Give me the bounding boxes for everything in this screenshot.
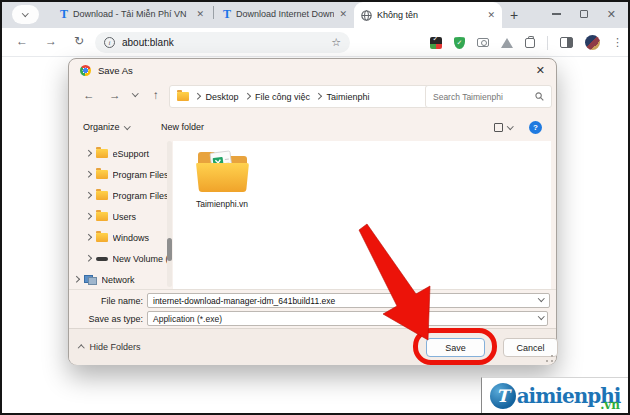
breadcrumb-file-cong-viec[interactable]: File công việc xyxy=(255,92,310,102)
file-name-input[interactable] xyxy=(147,293,550,308)
tab-label: Không tên xyxy=(377,10,482,20)
tree-item-new-volume[interactable]: New Volume ( xyxy=(69,248,173,269)
extensions-bar: ✓ ⋮ xyxy=(430,32,623,53)
tab-label: Download - Tải Miễn Phí VN xyxy=(73,9,191,19)
tab-strip: T Download - Tải Miễn Phí VN ✕ T Downloa… xyxy=(0,0,630,28)
maximize-button[interactable] xyxy=(580,10,588,18)
chevron-right-icon xyxy=(194,93,200,99)
toolbar-divider xyxy=(547,36,548,50)
tree-scrollbar[interactable] xyxy=(167,141,172,287)
profile-avatar[interactable] xyxy=(585,35,600,50)
nav-forward-icon[interactable]: → xyxy=(109,89,121,101)
save-as-type-label: Save as type: xyxy=(69,314,143,324)
overflow-menu-icon[interactable]: ⋮ xyxy=(612,36,623,49)
dialog-nav-row: ← → ↑ Desktop File công việc Taimienphi … xyxy=(69,81,556,113)
nav-up-icon[interactable]: ↑ xyxy=(153,89,159,101)
folder-icon xyxy=(96,233,108,242)
scrollbar-thumb[interactable] xyxy=(167,238,172,261)
tree-item-windows[interactable]: Windows xyxy=(69,227,173,248)
close-tab-icon[interactable]: ✕ xyxy=(487,10,495,20)
search-icon xyxy=(535,92,544,101)
reload-icon[interactable]: ↻ xyxy=(74,34,84,48)
mountain-extension-icon[interactable] xyxy=(501,38,513,48)
folder-icon xyxy=(177,92,189,101)
file-list-panel[interactable]: Taimienphi.vn xyxy=(173,141,551,289)
browser-toolbar: ← → ↻ i about:blank ☆ ✓ ⋮ xyxy=(0,28,630,57)
close-window-button[interactable]: ✕ xyxy=(607,9,616,20)
tree-item-program-files-x86[interactable]: Program Files xyxy=(69,185,173,206)
shield-extension-icon[interactable]: ✓ xyxy=(454,37,465,49)
save-as-dialog: Save As ✕ ← → ↑ Desktop File công việc T… xyxy=(68,58,557,365)
chevron-right-icon xyxy=(244,93,250,99)
folder-item-label: Taimienphi.vn xyxy=(185,199,259,209)
help-icon[interactable]: ? xyxy=(529,121,542,134)
taimienphi-favicon: T xyxy=(60,8,68,20)
folder-icon xyxy=(96,170,108,179)
expand-chevron-icon[interactable] xyxy=(85,171,91,177)
view-options-icon[interactable] xyxy=(494,123,503,132)
screenshot-extension-icon[interactable] xyxy=(477,38,489,47)
globe-icon xyxy=(361,10,372,21)
annotation-highlight-ring xyxy=(413,328,497,365)
back-icon[interactable]: ← xyxy=(16,34,28,48)
url-text[interactable]: about:blank xyxy=(122,37,324,48)
view-options-chevron-icon[interactable] xyxy=(507,123,513,129)
chrome-icon xyxy=(80,65,91,76)
expand-chevron-icon[interactable] xyxy=(85,213,91,219)
bookmark-star-icon[interactable]: ☆ xyxy=(331,36,341,49)
breadcrumb-taimienphi[interactable]: Taimienphi xyxy=(327,92,370,102)
files-area: eSupport Program Files Program Files Use… xyxy=(69,141,556,289)
tab-khong-ten-active[interactable]: Không tên ✕ xyxy=(354,2,502,28)
tree-item-program-files[interactable]: Program Files xyxy=(69,164,173,185)
breadcrumb-desktop[interactable]: Desktop xyxy=(206,92,239,102)
close-tab-icon[interactable]: ✕ xyxy=(196,9,204,19)
expand-chevron-icon[interactable] xyxy=(85,150,91,156)
chevron-right-icon xyxy=(315,93,321,99)
chevron-down-icon xyxy=(124,123,130,129)
tab-download-tai-mien-phi[interactable]: T Download - Tải Miễn Phí VN ✕ xyxy=(53,1,211,26)
tab-separator xyxy=(213,6,214,19)
tab-download-idm[interactable]: T Download Internet Download ✕ xyxy=(216,1,354,26)
file-name-label: File name: xyxy=(69,296,143,306)
resize-grip[interactable] xyxy=(546,355,553,362)
drive-icon xyxy=(96,257,108,261)
large-folder-icon xyxy=(195,147,249,193)
idm-extension-icon[interactable] xyxy=(430,37,442,49)
minimize-button[interactable] xyxy=(552,13,561,14)
tab-search-button[interactable] xyxy=(12,5,39,24)
folder-item-taimienphi[interactable]: Taimienphi.vn xyxy=(185,147,259,209)
search-box[interactable] xyxy=(425,85,552,108)
nav-recent-chevron-icon[interactable] xyxy=(132,90,138,96)
close-tab-icon[interactable]: ✕ xyxy=(339,9,347,19)
logo-t-icon: T xyxy=(490,383,516,409)
expand-chevron-icon[interactable] xyxy=(73,276,79,282)
save-as-type-select[interactable]: Application (*.exe) xyxy=(147,311,548,326)
expand-chevron-icon[interactable] xyxy=(85,255,91,261)
tree-item-esupport[interactable]: eSupport xyxy=(69,143,173,164)
page-info-icon[interactable]: i xyxy=(104,37,115,48)
browser-window: T Download - Tải Miễn Phí VN ✕ T Downloa… xyxy=(0,0,630,415)
side-panel-icon[interactable] xyxy=(560,37,573,48)
file-name-rows: File name: Save as type: Application (*.… xyxy=(69,289,556,328)
expand-chevron-icon[interactable] xyxy=(85,234,91,240)
address-bar[interactable]: i about:blank ☆ xyxy=(95,32,350,53)
tab-label: Download Internet Download xyxy=(236,9,334,19)
nav-back-icon[interactable]: ← xyxy=(83,89,95,101)
taimienphi-favicon: T xyxy=(223,8,231,20)
tree-item-network[interactable]: Network xyxy=(69,269,173,290)
new-folder-button[interactable]: New folder xyxy=(161,122,204,132)
window-controls: ✕ xyxy=(552,9,616,20)
organize-button[interactable]: Organize xyxy=(83,122,120,132)
tree-item-users[interactable]: Users xyxy=(69,206,173,227)
dialog-close-icon[interactable]: ✕ xyxy=(536,64,545,77)
folder-icon xyxy=(96,191,108,200)
taimienphi-watermark-logo: T aimienphi .vn xyxy=(481,377,628,413)
hide-folders-button[interactable]: Hide Folders xyxy=(79,342,141,352)
folder-tree: eSupport Program Files Program Files Use… xyxy=(69,141,173,289)
forward-icon[interactable]: → xyxy=(45,34,57,48)
new-tab-button[interactable]: + xyxy=(510,7,518,23)
expand-chevron-icon[interactable] xyxy=(85,192,91,198)
extensions-puzzle-icon[interactable] xyxy=(525,38,535,48)
search-input[interactable] xyxy=(433,92,535,102)
dialog-title: Save As xyxy=(98,65,133,76)
